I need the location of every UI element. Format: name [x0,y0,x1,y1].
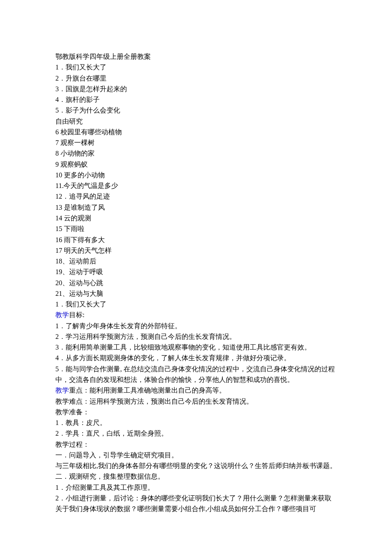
toc-item: 9 观察蚂蚁 [55,159,337,170]
goal-item: 2．学习运用科学预测方法，预测自己今后的生长发育情况。 [55,331,337,342]
prep-item: 2．学具：直尺，白纸，近期全身照。 [55,428,337,439]
process-item: 2．小组进行测量，后讨论：身体的哪些变化证明我们长大了？用什么测量？怎样测量来获… [55,493,337,515]
goals-label-prefix: 教学 [55,311,69,318]
toc-item: 13 是谁制造了风 [55,202,337,213]
toc-item: 6 校园里有哪些动植物 [55,127,337,137]
toc-item: 12．追寻风的足迹 [55,191,337,202]
toc-item: 14 云的观测 [55,213,337,223]
difficulty-line: 教学难点：运用科学预测方法，预测出自己今后的生长发育情况。 [55,396,337,407]
toc-item: 5．影子为什么会变化 [55,105,337,116]
toc-item: 4．旗杆的影子 [55,94,337,105]
toc-item: 3．国旗是怎样升起来的 [55,84,337,94]
process-label: 教学过程： [55,439,337,450]
toc-item: 2．升旗台在哪里 [55,73,337,84]
goals-label-suffix: 目标: [69,311,84,318]
lesson-heading: 1．我们又长大了 [55,299,337,309]
toc-item: 7 观察一棵树 [55,137,337,148]
goal-item: 4．从多方面长期观测身体的变化，了解人体生长发育规律，并做好分项记录。 [55,353,337,363]
toc-item: 8 小动物的家 [55,148,337,159]
toc-item: 10 更多的小动物 [55,170,337,180]
toc-item: 11.今天的气温是多少 [55,180,337,191]
keypoint-prefix: 教学 [55,387,69,394]
keypoint-suffix: 重点：能利用测量工具准确地测量出自己的身高等。 [69,387,226,394]
toc-item: 21、运动与大脑 [55,288,337,299]
document-title: 鄂教版科学四年级上册全册教案 [55,51,337,62]
process-item: 二．观测研究，搜集整理数据信息。 [55,471,337,482]
prep-item: 1．教具：皮尺。 [55,417,337,428]
goal-item: 5．能与同学合作测量, 在总结交流自己身体变化情况的过程中，交流自己身体变化情况… [55,364,337,385]
toc-item: 17 明天的天气怎样 [55,245,337,256]
process-item: 1．介绍测量工具及其工作原理。 [55,482,337,493]
toc-item: 20、运动与心跳 [55,278,337,288]
goal-item: 1．了解青少年身体生长发育的外部特征。 [55,321,337,331]
process-item: 与三年级相比,我们的身体各部分有哪些明显的变化？这说明什么？生答后师归纳并板书课… [55,460,337,471]
keypoint-line: 教学重点：能利用测量工具准确地测量出自己的身高等。 [55,385,337,396]
process-item: 一．问题导入，引导学生确定研究项目。 [55,450,337,460]
toc-item: 自由研究 [55,116,337,127]
toc-item: 19、运动于呼吸 [55,266,337,277]
toc-item: 15 下雨啦 [55,223,337,234]
goals-label: 教学目标: [55,309,337,320]
toc-item: 16 雨下得有多大 [55,234,337,245]
toc-item: 18、运动前后 [55,256,337,266]
goal-item: 3．能利用简单测量工具，比较细致地观察事物的变化，知道使用工具比感官更有效。 [55,342,337,353]
prep-label: 教学准备： [55,407,337,417]
toc-item: 1．我们又长大了 [55,62,337,72]
